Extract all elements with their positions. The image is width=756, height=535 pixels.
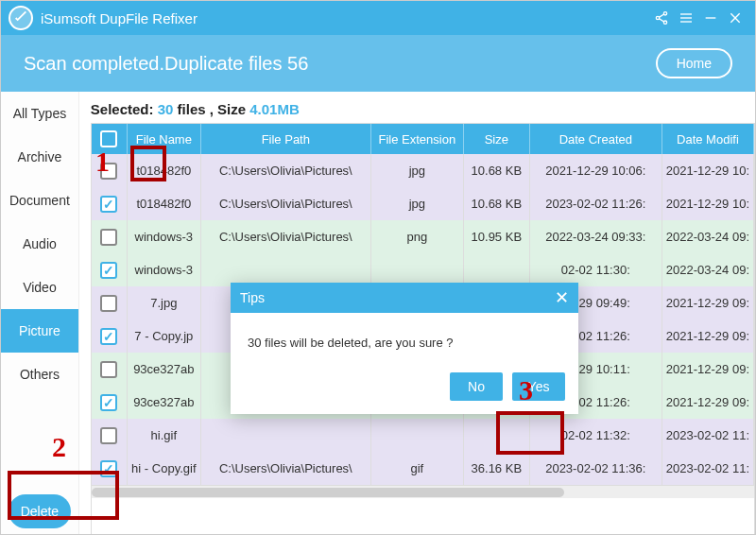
row-checkbox[interactable] [100, 394, 117, 411]
dialog-no-button[interactable]: No [450, 372, 503, 401]
selection-summary: Selected: 30 files , Size 4.01MB [91, 101, 755, 123]
cell-extension [371, 419, 464, 452]
cell-created: 2023-02-02 11:36: [530, 452, 662, 485]
cell-extension: png [371, 220, 464, 253]
minimize-icon[interactable] [698, 6, 723, 30]
cell-created: 2023-02-02 11:26: [530, 187, 662, 220]
row-checkbox[interactable] [100, 361, 117, 378]
menu-icon[interactable] [674, 6, 698, 30]
cell-filepath: C:\Users\Olivia\Pictures\ [201, 220, 371, 253]
cell-filepath: C:\Users\Olivia\Pictures\ [201, 187, 371, 220]
cell-extension: jpg [371, 187, 464, 220]
sidebar-item-others[interactable]: Others [1, 353, 78, 396]
cell-filename: 7.jpg [128, 286, 201, 319]
cell-filename: t018482f0 [128, 154, 201, 187]
svg-line-4 [659, 19, 663, 22]
dialog-title: Tips [240, 290, 265, 305]
col-extension[interactable]: File Extension [371, 124, 464, 154]
cell-created: 02-02 11:32: [530, 419, 662, 452]
cell-size [464, 253, 530, 286]
scan-status-text: Scan completed.Duplicate files 56 [24, 53, 656, 75]
dialog-close-icon[interactable]: ✕ [555, 287, 569, 308]
selected-size: 4.01MB [249, 101, 300, 117]
col-modified[interactable]: Date Modifi [662, 124, 754, 154]
row-checkbox[interactable] [100, 196, 117, 213]
cell-filename: hi - Copy.gif [128, 452, 201, 485]
cell-size: 36.16 KB [464, 452, 530, 485]
dialog-message: 30 files will be deleted, are you sure ? [231, 313, 578, 372]
table-row[interactable]: t018482f0C:\Users\Olivia\Pictures\jpg10.… [92, 154, 754, 187]
cell-size [464, 419, 530, 452]
cell-modified: 2021-12-29 09: [662, 286, 754, 319]
cell-size: 10.68 KB [464, 154, 530, 187]
cell-created: 2021-12-29 10:06: [530, 154, 662, 187]
cell-extension [371, 253, 464, 286]
table-row[interactable]: windows-302-02 11:30:2022-03-24 09: [92, 253, 754, 286]
horizontal-scrollbar[interactable] [92, 485, 754, 498]
cell-filepath [201, 419, 371, 452]
dialog-titlebar: Tips ✕ [231, 283, 578, 313]
cell-filename: windows-3 [128, 220, 201, 253]
row-checkbox[interactable] [100, 460, 117, 477]
share-icon[interactable] [649, 6, 674, 30]
sidebar-item-picture[interactable]: Picture [1, 309, 78, 353]
row-checkbox[interactable] [100, 427, 117, 444]
app-title: iSumsoft DupFile Refixer [41, 10, 198, 26]
table-row[interactable]: hi - Copy.gifC:\Users\Olivia\Pictures\gi… [92, 452, 754, 485]
selected-label: Selected: [91, 101, 154, 117]
sidebar-item-archive[interactable]: Archive [1, 135, 78, 179]
cell-modified: 2021-12-29 09: [662, 353, 754, 386]
svg-line-3 [659, 14, 663, 17]
cell-filepath: C:\Users\Olivia\Pictures\ [201, 154, 371, 187]
cell-modified: 2023-02-02 11: [662, 419, 754, 452]
sidebar-item-all-types[interactable]: All Types [1, 92, 78, 135]
row-checkbox[interactable] [100, 295, 117, 312]
status-bar: Scan completed.Duplicate files 56 Home [1, 35, 755, 92]
sidebar-item-document[interactable]: Document [1, 179, 78, 222]
col-size[interactable]: Size [464, 124, 530, 154]
table-header: File Name File Path File Extension Size … [92, 124, 754, 154]
files-word: files , [178, 101, 214, 117]
delete-button[interactable]: Delete [9, 494, 71, 528]
cell-filename: windows-3 [128, 253, 201, 286]
cell-created: 2022-03-24 09:33: [530, 220, 662, 253]
cell-filename: 93ce327ab [128, 386, 201, 419]
cell-filename: 93ce327ab [128, 353, 201, 386]
cell-filename: 7 - Copy.jp [128, 319, 201, 353]
cell-filepath: C:\Users\Olivia\Pictures\ [201, 452, 371, 485]
table-row[interactable]: hi.gif02-02 11:32:2023-02-02 11: [92, 419, 754, 452]
row-checkbox[interactable] [100, 262, 117, 279]
close-icon[interactable] [723, 6, 747, 30]
sidebar-item-audio[interactable]: Audio [1, 222, 78, 266]
size-word: Size [217, 101, 246, 117]
row-checkbox[interactable] [100, 163, 117, 180]
cell-extension: gif [371, 452, 464, 485]
col-filepath[interactable]: File Path [201, 124, 371, 154]
col-created[interactable]: Date Created [530, 124, 662, 154]
cell-modified: 2021-12-29 10: [662, 187, 754, 220]
cell-size: 10.95 KB [464, 220, 530, 253]
sidebar-item-video[interactable]: Video [1, 266, 78, 309]
cell-created: 02-02 11:30: [530, 253, 662, 286]
cell-filename: hi.gif [128, 419, 201, 452]
cell-filepath [201, 253, 371, 286]
cell-filename: t018482f0 [128, 187, 201, 220]
table-row[interactable]: windows-3C:\Users\Olivia\Pictures\png10.… [92, 220, 754, 253]
cell-modified: 2022-03-24 09: [662, 220, 754, 253]
cell-modified: 2021-12-29 09: [662, 386, 754, 419]
cell-modified: 2021-12-29 10: [662, 154, 754, 187]
titlebar: iSumsoft DupFile Refixer [1, 1, 755, 35]
app-logo-icon [9, 6, 33, 30]
sidebar: All TypesArchiveDocumentAudioVideoPictur… [1, 92, 79, 535]
row-checkbox[interactable] [100, 328, 117, 345]
cell-modified: 2022-03-24 09: [662, 253, 754, 286]
row-checkbox[interactable] [100, 229, 117, 246]
home-button[interactable]: Home [656, 48, 732, 78]
cell-extension: jpg [371, 154, 464, 187]
table-row[interactable]: t018482f0C:\Users\Olivia\Pictures\jpg10.… [92, 187, 754, 220]
col-filename[interactable]: File Name [128, 124, 201, 154]
select-all-checkbox[interactable] [100, 130, 117, 147]
confirm-dialog: Tips ✕ 30 files will be deleted, are you… [231, 283, 578, 414]
dialog-yes-button[interactable]: Yes [512, 372, 565, 401]
cell-modified: 2021-12-29 09: [662, 319, 754, 353]
